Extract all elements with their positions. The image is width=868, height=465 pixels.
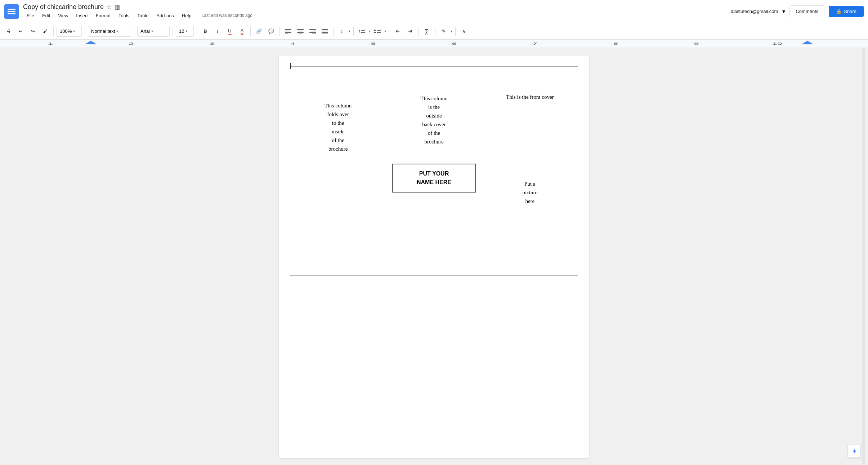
font-dropdown[interactable]: Arial ▾ [137, 26, 170, 37]
svg-text:4: 4 [290, 42, 295, 45]
toolbar-separator-9 [353, 27, 354, 36]
align-left-button[interactable] [283, 26, 294, 37]
pen-arrow[interactable]: ▾ [451, 29, 452, 33]
toolbar-separator-1 [53, 27, 54, 36]
toolbar-separator-13 [455, 27, 456, 36]
col2-top-text: This column is the outside back cover of… [392, 72, 476, 153]
paragraph-style-dropdown[interactable]: Normal text ▾ [88, 26, 131, 37]
svg-text:3: 3 [209, 42, 214, 45]
numbered-list-arrow[interactable]: ▾ [369, 29, 371, 33]
toolbar-separator-11 [418, 27, 419, 36]
zoom-dropdown[interactable]: 100% ▾ [57, 26, 82, 37]
menu-file[interactable]: File [23, 12, 38, 20]
svg-text:10: 10 [772, 42, 782, 45]
formula-button[interactable]: ∑ [421, 26, 432, 37]
menu-edit[interactable]: Edit [39, 12, 54, 20]
menu-tools[interactable]: Tools [115, 12, 133, 20]
menu-table[interactable]: Table [134, 12, 152, 20]
svg-text:7: 7 [532, 42, 537, 45]
ruler: 1 2 3 4 5 6 7 8 9 10 [0, 40, 868, 48]
increase-indent-button[interactable]: ⇥ [404, 26, 415, 37]
line-spacing-button[interactable]: ↕ [336, 26, 347, 37]
menu-addons[interactable]: Add-ons [153, 12, 177, 20]
menu-view[interactable]: View [54, 12, 72, 20]
svg-marker-37 [85, 41, 97, 44]
left-sidebar [0, 48, 22, 465]
redo-button[interactable]: ↪ [27, 26, 38, 37]
menu-help[interactable]: Help [178, 12, 195, 20]
line-spacing-arrow[interactable]: ▾ [349, 29, 350, 33]
svg-point-22 [374, 30, 376, 31]
brochure-col1[interactable]: This column folds over to the inside of … [290, 67, 386, 276]
toolbar-separator-4 [173, 27, 173, 36]
toolbar-separator-7 [279, 27, 280, 36]
app-menu-button[interactable] [4, 4, 19, 19]
align-justify-button[interactable] [319, 26, 330, 37]
folder-icon[interactable]: ▦ [115, 4, 120, 10]
svg-point-24 [374, 32, 376, 33]
user-email[interactable]: dlastutech@gmail.com [731, 9, 778, 14]
svg-text:8: 8 [613, 42, 618, 45]
brochure-table: This column folds over to the inside of … [290, 66, 578, 276]
star-icon[interactable]: ☆ [107, 4, 112, 10]
col1-text: This column folds over to the inside of … [296, 72, 380, 153]
svg-text:6: 6 [452, 42, 457, 45]
text-color-button[interactable]: A [237, 26, 247, 37]
right-sidebar [846, 48, 868, 465]
svg-text:1.: 1. [359, 30, 362, 33]
italic-button[interactable]: I [212, 26, 223, 37]
toolbar-separator-12 [435, 27, 435, 36]
lock-icon: 🔒 [836, 9, 842, 14]
align-right-button[interactable] [307, 26, 318, 37]
toolbar-separator-10 [389, 27, 389, 36]
pen-button[interactable]: ✎ [438, 26, 449, 37]
account-chevron-icon[interactable]: ▾ [782, 8, 785, 15]
col3-front-cover-text: This is the front cover [488, 94, 572, 100]
brochure-col2[interactable]: This column is the outside back cover of… [386, 67, 482, 276]
svg-text:9: 9 [694, 42, 699, 45]
bullet-list-button[interactable] [372, 26, 383, 37]
toolbar-separator-8 [333, 27, 334, 36]
svg-text:2: 2 [129, 42, 134, 45]
align-center-button[interactable] [295, 26, 306, 37]
svg-rect-1 [8, 11, 15, 12]
svg-text:5: 5 [371, 42, 376, 45]
decrease-indent-button[interactable]: ⇤ [392, 26, 403, 37]
link-button[interactable]: 🔗 [254, 26, 264, 37]
svg-text:1: 1 [48, 42, 53, 45]
col2-name-box[interactable]: PUT YOUR NAME HERE [392, 164, 476, 192]
menu-format[interactable]: Format [92, 12, 114, 20]
col3-picture-text: Put a picture here [488, 180, 572, 205]
font-size-dropdown[interactable]: 12 ▾ [176, 26, 194, 37]
document-page: This column folds over to the inside of … [279, 56, 589, 458]
col2-name-line2: NAME HERE [398, 178, 470, 187]
bullet-list-arrow[interactable]: ▾ [384, 29, 386, 33]
assistant-widget[interactable]: ✦ [848, 445, 861, 458]
numbered-list-button[interactable]: 1. [357, 26, 367, 37]
svg-rect-0 [8, 9, 15, 10]
col2-divider [392, 157, 476, 157]
print-button[interactable]: 🖨 [3, 26, 14, 37]
svg-rect-2 [8, 13, 15, 14]
undo-button[interactable]: ↩ [15, 26, 26, 37]
share-button[interactable]: 🔒 Share [829, 6, 864, 17]
comments-button[interactable]: Comments [789, 5, 824, 17]
bold-button[interactable]: B [200, 26, 211, 37]
text-cursor [290, 63, 291, 69]
underline-button[interactable]: U [224, 26, 235, 37]
last-edit-status: Last edit was seconds ago [202, 13, 252, 18]
collapse-toolbar-button[interactable]: ∧ [458, 26, 469, 37]
assistant-icon: ✦ [852, 447, 857, 455]
document-title[interactable]: Copy of chiccarine brochure [23, 3, 104, 11]
toolbar-separator-5 [197, 27, 197, 36]
brochure-col3[interactable]: This is the front cover Put a picture he… [482, 67, 578, 276]
svg-marker-38 [801, 41, 814, 44]
scrollbar[interactable] [862, 48, 865, 465]
toolbar-separator-6 [250, 27, 251, 36]
comment-button[interactable]: 💬 [266, 26, 277, 37]
toolbar-separator-2 [85, 27, 85, 36]
paint-format-button[interactable]: 🖌 [40, 26, 50, 37]
col2-name-line1: PUT YOUR [398, 169, 470, 178]
toolbar-separator-3 [134, 27, 134, 36]
menu-insert[interactable]: Insert [72, 12, 91, 20]
